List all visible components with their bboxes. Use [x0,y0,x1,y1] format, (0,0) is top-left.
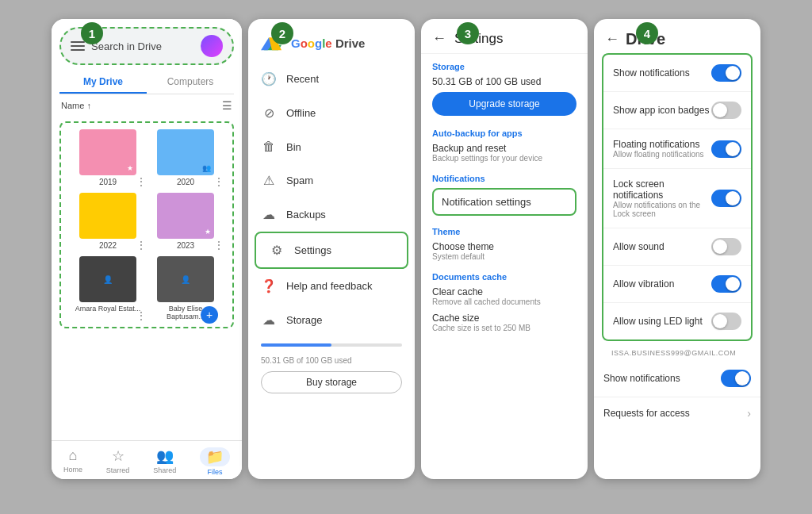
notifications-section: Notifications Notification settings [421,166,588,216]
menu-settings-box: ⚙ Settings [255,232,408,269]
files-icon: 📁 [206,449,224,465]
list-item: ★ 2019 ⋮ [72,129,144,186]
add-icon[interactable]: + [201,306,218,324]
setting-label: Allow vibration [613,278,711,290]
nav-home[interactable]: ⌂ Home [63,447,82,476]
toggle-show-notifications-2[interactable] [721,370,751,387]
theme-label: Theme [421,219,588,238]
setting-label: Lock screen notifications [613,178,711,201]
menu-recent[interactable]: 🕐 Recent [248,62,415,96]
list-item: 👤 Baby Elise Baptusam... + [150,256,221,320]
menu-offline[interactable]: ⊘ Offline [248,96,415,130]
toggle-allow-sound[interactable] [711,238,741,255]
back-button[interactable]: ← [432,30,446,47]
nav-files[interactable]: 📁 Files [200,447,230,476]
phone-4: ← Drive Show notifications Show app icon… [594,19,760,479]
folder-icon-yellow [79,193,136,239]
toggle-allow-vibration[interactable] [711,275,741,293]
folder-name: 2023 [177,241,194,250]
help-icon: ❓ [261,278,277,293]
tab-mydrive[interactable]: My Drive [59,70,147,94]
toggle-app-icon-badges[interactable] [711,102,741,119]
setting-sublabel: Allow notifications on the Lock screen [613,201,711,218]
more-icon[interactable]: ⋮ [136,239,147,251]
more-icon[interactable]: ⋮ [136,175,147,188]
setting-label: Show notifications [603,373,721,384]
folder-name: 2020 [177,178,194,186]
more-icon[interactable]: ⋮ [213,239,224,251]
more-icon[interactable]: ⋮ [136,309,147,322]
setting-label: Show app icon badges [613,105,711,116]
toggle-show-notifications[interactable] [711,64,741,82]
setting-sublabel: Allow floating notifications [613,150,711,159]
list-item: ★ 2023 ⋮ [150,193,221,250]
chevron-right-icon: › [747,407,751,420]
menu-backups[interactable]: ☁ Backups [248,198,415,232]
menu-settings[interactable]: ⚙ Settings [256,233,407,267]
phone4-header: ← Drive [594,19,760,53]
toggle-floating-notifications[interactable] [711,140,741,158]
notification-settings-button[interactable]: Notification settings [432,188,576,216]
menu-storage[interactable]: ☁ Storage [248,303,415,337]
phone-3: ← Settings Storage 50.31 GB of 100 GB us… [421,19,588,479]
upgrade-button[interactable]: Upgrade storage [432,92,576,116]
setting-show-notifications-2: Show notifications [594,360,760,397]
folder-icon-blue: 👥 [157,129,214,175]
storage-bar [261,343,402,347]
docs-cache-label: Documents cache [421,264,588,283]
storage-text: 50.31 GB of 100 GB used [248,353,415,368]
menu-bin[interactable]: 🗑 Bin [248,130,415,163]
more-icon[interactable]: ⋮ [213,175,224,188]
list-item: 👤 Amara Royal Estat... ⋮ [72,256,144,320]
bottom-nav: ⌂ Home ☆ Starred 👥 Shared 📁 Files [52,440,242,479]
starred-icon: ☆ [112,447,124,465]
setting-label: Allow using LED light [613,316,711,327]
docs-cache-section: Documents cache Clear cache Remove all c… [421,264,588,336]
phone-1: Search in Drive My Drive Computers Name … [52,19,242,479]
buy-storage-button[interactable]: Buy storage [261,371,402,393]
folder-icon-dark2: 👤 [157,256,214,302]
folder-icon-pink: ★ [79,129,136,175]
setting-floating-notifications: Floating notifications Allow floating no… [603,129,751,169]
sort-label: Name ↑ [61,101,91,110]
menu-spam[interactable]: ⚠ Spam [248,163,415,198]
autobackup-label: Auto-backup for apps [421,121,588,140]
phone2-menu: 🕐 Recent ⊘ Offline 🗑 Bin ⚠ Spam ☁ Backup… [248,62,415,337]
backups-icon: ☁ [261,207,277,222]
toggle-led-light[interactable] [711,313,741,330]
requests-row[interactable]: Requests for access › [594,397,760,429]
menu-help[interactable]: ❓ Help and feedback [248,269,415,303]
setting-label: Show notifications [613,67,711,79]
storage-used: 50.31 GB of 100 GB used [421,73,588,87]
cache-size: Cache size [421,309,588,324]
setting-allow-sound: Allow sound [603,228,751,266]
recent-icon: 🕐 [261,71,277,86]
folder-name: 2019 [99,178,117,186]
hamburger-icon[interactable] [71,41,85,51]
requests-label: Requests for access [603,408,690,419]
backup-reset: Backup and reset [421,140,588,154]
setting-led-light: Allow using LED light [603,303,751,339]
tab-computers[interactable]: Computers [147,70,234,94]
folder-name: Amara Royal Estat... [75,305,141,313]
storage-fill [261,343,331,347]
backup-reset-sub: Backup settings for your device [421,154,588,166]
back-button[interactable]: ← [605,31,619,48]
list-item: 👥 2020 ⋮ [150,129,221,186]
toggle-lock-screen[interactable] [711,190,741,207]
home-icon: ⌂ [68,447,77,464]
people-icon: 👥 [202,164,211,172]
bin-icon: 🗑 [261,140,277,154]
view-toggle-icon[interactable]: ☰ [222,99,232,112]
nav-starred[interactable]: ☆ Starred [106,447,130,476]
spam-icon: ⚠ [261,173,277,188]
list-item: 2022 ⋮ [72,193,144,250]
step-badge-2: 2 [271,22,293,44]
clear-cache-sub: Remove all cached documents [421,297,588,309]
avatar[interactable] [201,35,223,57]
folder-icon-dark: 👤 [79,256,136,302]
notifications-label: Notifications [421,166,588,185]
step-badge-4: 4 [636,22,658,44]
storage-label: Storage [421,54,588,73]
nav-shared[interactable]: 👥 Shared [153,447,176,476]
